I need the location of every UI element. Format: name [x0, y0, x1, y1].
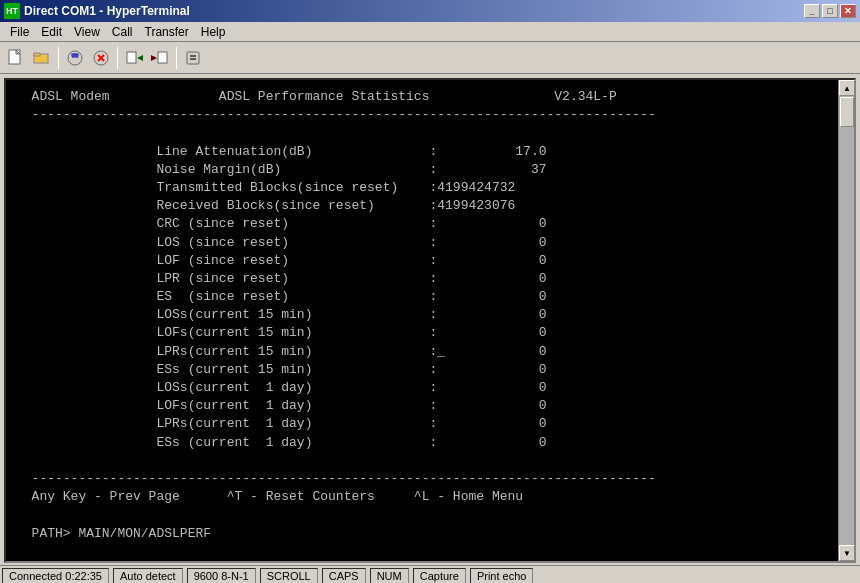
- svg-rect-12: [187, 52, 199, 64]
- svg-rect-10: [158, 52, 167, 63]
- status-print-echo: Print echo: [470, 568, 534, 584]
- menu-transfer[interactable]: Transfer: [139, 23, 195, 41]
- properties-button[interactable]: [181, 46, 205, 70]
- menu-call[interactable]: Call: [106, 23, 139, 41]
- menu-view[interactable]: View: [68, 23, 106, 41]
- svg-rect-8: [127, 52, 136, 63]
- status-num: NUM: [370, 568, 409, 584]
- new-button[interactable]: [4, 46, 28, 70]
- svg-rect-3: [34, 53, 40, 56]
- terminal-area[interactable]: ADSL Modem ADSL Performance Statistics V…: [6, 80, 838, 561]
- status-scroll: SCROLL: [260, 568, 318, 584]
- status-auto-detect: Auto detect: [113, 568, 183, 584]
- status-connected: Connected 0:22:35: [2, 568, 109, 584]
- status-capture: Capture: [413, 568, 466, 584]
- terminal-scroll-container: ADSL Modem ADSL Performance Statistics V…: [4, 78, 856, 563]
- toolbar-sep-2: [117, 47, 118, 69]
- status-caps: CAPS: [322, 568, 366, 584]
- minimize-button[interactable]: _: [804, 4, 820, 18]
- toolbar-sep-3: [176, 47, 177, 69]
- svg-marker-11: [151, 55, 157, 61]
- dial-button[interactable]: [63, 46, 87, 70]
- status-bar: Connected 0:22:35 Auto detect 9600 8-N-1…: [0, 565, 860, 583]
- status-baud: 9600 8-N-1: [187, 568, 256, 584]
- title-text: Direct COM1 - HyperTerminal: [24, 4, 190, 18]
- terminal-output[interactable]: ADSL Modem ADSL Performance Statistics V…: [6, 80, 838, 561]
- send-file-button[interactable]: [122, 46, 146, 70]
- scroll-track[interactable]: [839, 96, 854, 545]
- close-button[interactable]: ✕: [840, 4, 856, 18]
- vertical-scrollbar[interactable]: ▲ ▼: [838, 80, 854, 561]
- menu-file[interactable]: File: [4, 23, 35, 41]
- receive-file-button[interactable]: [148, 46, 172, 70]
- title-bar-left: HT Direct COM1 - HyperTerminal: [4, 3, 190, 19]
- scroll-thumb[interactable]: [840, 97, 854, 127]
- title-bar: HT Direct COM1 - HyperTerminal _ □ ✕: [0, 0, 860, 22]
- menu-help[interactable]: Help: [195, 23, 232, 41]
- menu-edit[interactable]: Edit: [35, 23, 68, 41]
- scroll-down-button[interactable]: ▼: [839, 545, 855, 561]
- toolbar-sep-1: [58, 47, 59, 69]
- svg-marker-9: [137, 55, 143, 61]
- menu-bar: File Edit View Call Transfer Help: [0, 22, 860, 42]
- toolbar: [0, 42, 860, 74]
- app-icon: HT: [4, 3, 20, 19]
- title-buttons[interactable]: _ □ ✕: [804, 4, 856, 18]
- open-button[interactable]: [30, 46, 54, 70]
- disconnect-button[interactable]: [89, 46, 113, 70]
- maximize-button[interactable]: □: [822, 4, 838, 18]
- scroll-up-button[interactable]: ▲: [839, 80, 855, 96]
